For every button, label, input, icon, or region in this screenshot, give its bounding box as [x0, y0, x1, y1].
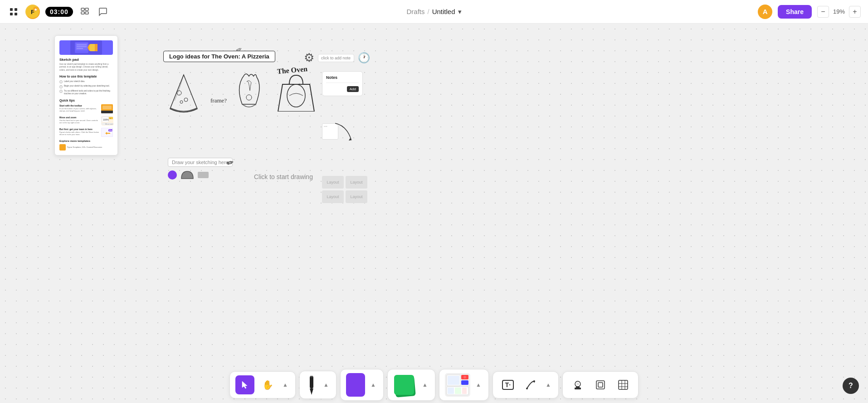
template-expand-chevron[interactable]: ▲: [474, 380, 483, 389]
svg-point-23: [103, 111, 105, 113]
color-purple-swatch[interactable]: [346, 373, 365, 397]
the-oven-sketch: The Oven: [273, 71, 319, 113]
zoom-value[interactable]: 19%: [831, 8, 847, 15]
select-tool-button[interactable]: [235, 375, 254, 394]
template-header-image: [59, 40, 113, 55]
svg-rect-1: [15, 8, 17, 11]
template-section: ▲: [439, 369, 489, 401]
svg-text:★: ★: [34, 8, 38, 12]
notes-add-btn[interactable]: Add: [347, 86, 359, 92]
svg-rect-62: [576, 386, 580, 388]
tooltip-text: click to add note: [321, 56, 351, 60]
notes-card: Notes Add: [322, 71, 363, 96]
top-right-tools: ⚙ click to add note 🕐: [304, 51, 370, 65]
step-text-1: Label your sketch idea.: [64, 80, 85, 83]
sticky-expand-chevron[interactable]: ▲: [420, 380, 429, 389]
table-tool-button[interactable]: [614, 375, 633, 394]
help-button[interactable]: ?: [843, 378, 859, 394]
text-tools-section: T· ▲: [493, 371, 559, 398]
step-num-1: 1: [59, 80, 63, 83]
stamp-tool-button[interactable]: [568, 375, 587, 394]
hand-tool-button[interactable]: ✋: [258, 375, 277, 394]
svg-rect-56: [455, 388, 461, 394]
step-item-3: 3 Try out different tools and colors to …: [59, 90, 113, 95]
svg-rect-53: [461, 380, 468, 385]
text-tool-button[interactable]: T·: [498, 375, 517, 394]
toolbar-left: F ★ 03:00: [7, 5, 109, 19]
rect-shape: [198, 172, 209, 178]
logo-tag[interactable]: Logo ideas for The Oven: A Pizzeria: [163, 51, 275, 62]
svg-point-40: [184, 98, 188, 102]
zoom-out-button[interactable]: −: [817, 6, 829, 18]
connector-tool-button[interactable]: [521, 375, 540, 394]
svg-point-58: [526, 388, 528, 389]
frame-tool-button[interactable]: [591, 375, 610, 394]
svg-text:Share: Share: [109, 129, 113, 131]
click-to-draw-text[interactable]: Click to start drawing: [254, 173, 313, 180]
template-tool[interactable]: [445, 373, 470, 397]
step-num-2: 2: [59, 85, 63, 88]
color-section: ▲: [340, 369, 384, 401]
explore-title: Explore more templates: [59, 140, 113, 142]
canvas-area[interactable]: Sketch pad Use our sketch pad template t…: [0, 24, 868, 403]
select-tool-section: ✋ ▲: [229, 371, 296, 398]
timer-display: 03:00: [45, 7, 73, 17]
svg-rect-9: [85, 8, 88, 10]
pen-expand-chevron[interactable]: ▲: [322, 380, 331, 389]
breadcrumb-separator: /: [427, 8, 429, 15]
select-expand-chevron[interactable]: ▲: [281, 380, 290, 389]
explore-thumb: [59, 144, 66, 151]
share-button[interactable]: Share: [778, 5, 812, 19]
svg-point-43: [287, 84, 305, 107]
svg-rect-3: [15, 13, 17, 15]
step-item-1: 1 Label your sketch idea.: [59, 80, 113, 84]
quick-tips-title: Quick tips: [59, 99, 113, 102]
sticky-note-tool[interactable]: [393, 373, 417, 397]
drafts-link[interactable]: Drafts: [406, 8, 424, 15]
svg-rect-0: [10, 8, 13, 11]
svg-text:100%: 100%: [103, 118, 109, 121]
step-num-3: 3: [59, 90, 63, 93]
shape-tools-section: [562, 371, 639, 398]
svg-rect-22: [101, 111, 113, 113]
svg-rect-8: [81, 8, 84, 10]
document-title[interactable]: Untitled: [432, 8, 455, 15]
svg-point-25: [109, 111, 111, 113]
zoom-in-button[interactable]: +: [849, 6, 861, 18]
explore-card: Figma Templates, 110+ Curated Resources: [59, 144, 113, 151]
svg-rect-45: [310, 376, 313, 388]
tip-2-desc: Use the hand tool to pan around. Zoom co…: [59, 119, 99, 124]
tip-2-title: Move and zoom: [59, 116, 99, 119]
tip-1-image: [101, 104, 113, 113]
svg-rect-50: [448, 376, 459, 385]
circle-shape: [168, 170, 177, 180]
toolbar-center: Drafts / Untitled ▾: [406, 8, 461, 16]
drawing-placeholder[interactable]: Draw your sketching here: [168, 158, 233, 180]
arrow-annotation: [333, 121, 356, 144]
frame-text-sketch: frame?: [210, 97, 227, 104]
tip-1-title: Start with the toolbar: [59, 104, 99, 107]
user-avatar[interactable]: A: [758, 5, 772, 19]
clock-icon[interactable]: 🕐: [358, 52, 370, 64]
apps-grid-button[interactable]: [7, 5, 20, 18]
pizza-sketch-2: [238, 73, 263, 113]
svg-point-63: [576, 383, 579, 385]
pizza-sketches: frame? The Oven: [168, 71, 319, 113]
text-tools-expand-chevron[interactable]: ▲: [544, 380, 553, 389]
layout-thumbnails: Layout Layout Layout Layout: [322, 176, 367, 203]
gear-icon[interactable]: ⚙: [304, 51, 314, 65]
app-logo[interactable]: F ★: [25, 5, 40, 19]
top-toolbar: F ★ 03:00 Drafts / Untitled: [0, 0, 868, 24]
svg-rect-11: [85, 12, 88, 14]
template-panel: Sketch pad Use our sketch pad template t…: [54, 35, 118, 155]
svg-rect-65: [598, 383, 603, 387]
svg-point-41: [180, 101, 183, 103]
pen-icon[interactable]: [305, 375, 318, 395]
document-dropdown-icon[interactable]: ▾: [458, 8, 462, 16]
chat-button[interactable]: [97, 5, 109, 18]
sticky-section: ▲: [387, 369, 435, 401]
color-expand-chevron[interactable]: ▲: [369, 380, 378, 389]
grid-view-button[interactable]: [78, 5, 91, 18]
tip-card-3: But first: get your team in here Figma's…: [59, 128, 113, 137]
svg-rect-47: [310, 376, 313, 377]
